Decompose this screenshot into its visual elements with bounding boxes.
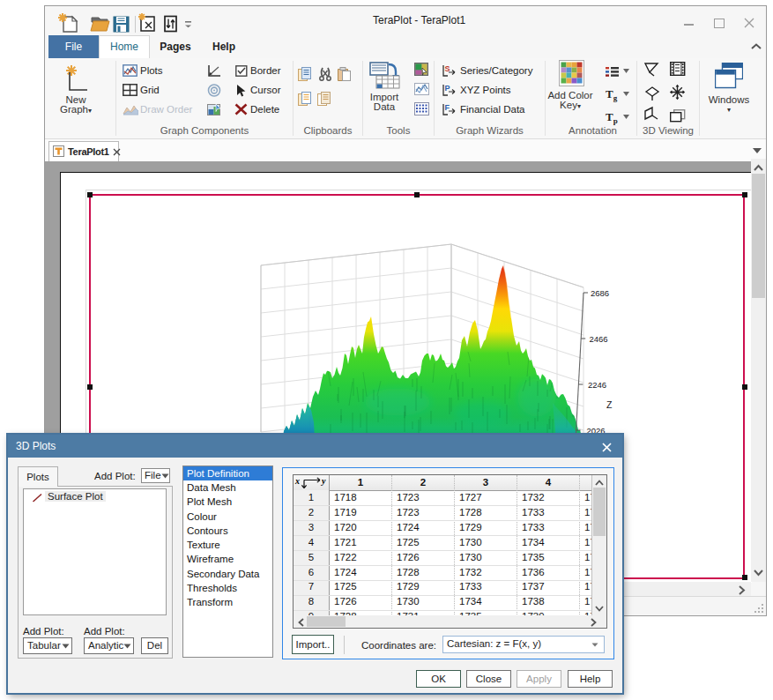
- svg-text:x: x: [294, 477, 300, 486]
- svg-text:y: y: [321, 477, 326, 486]
